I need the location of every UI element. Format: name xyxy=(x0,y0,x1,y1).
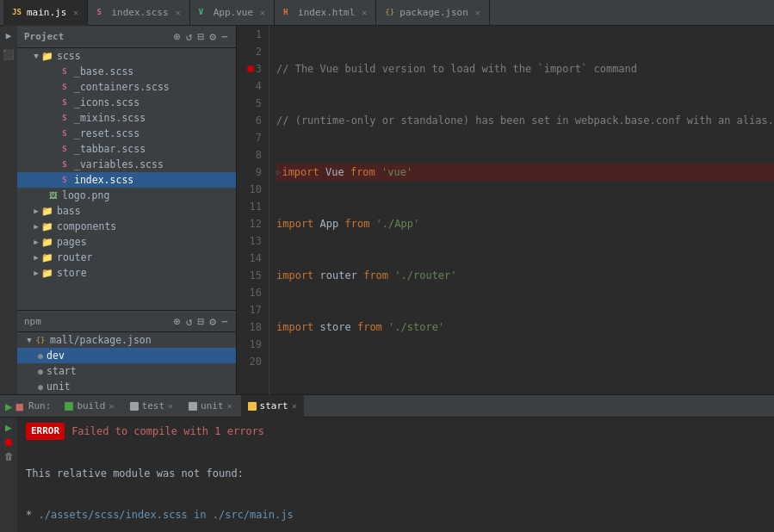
ln-7: 7 xyxy=(244,129,262,146)
tree-item-pages-folder[interactable]: ▶ 📁 pages xyxy=(17,234,236,250)
run-label: Run: xyxy=(28,400,52,411)
run-tab-unit-close[interactable]: ✕ xyxy=(227,401,232,411)
console-blank-1 xyxy=(26,445,765,461)
tab-index-scss[interactable]: S index.scss ✕ xyxy=(88,0,189,26)
add-icon[interactable]: ⊕ xyxy=(173,29,182,44)
kw-import-1: import xyxy=(282,164,325,181)
tree-item-icons-scss[interactable]: S _icons.scss xyxy=(17,95,236,110)
run-tab-start-close[interactable]: ✕ xyxy=(292,401,297,411)
console-asterisk: * xyxy=(26,509,38,521)
settings-icon[interactable]: ⚙ xyxy=(208,29,217,44)
ln-16: 16 xyxy=(244,284,262,301)
run-tab-test[interactable]: test ✕ xyxy=(123,395,181,418)
tree-item-index-scss[interactable]: S index.scss xyxy=(17,172,236,188)
npm-settings-icon[interactable]: ⚙ xyxy=(208,314,217,329)
scss-icon-variables: S xyxy=(59,160,71,169)
gutter-run-icon[interactable]: ▶ xyxy=(2,28,15,42)
folder-icon-pages: 📁 xyxy=(41,238,53,246)
console-module-not-found: This relative module was not found: xyxy=(26,466,765,481)
ln-20: 20 xyxy=(244,353,262,370)
tree-item-npm-start[interactable]: ● start xyxy=(17,363,236,379)
run-tab-test-icon xyxy=(130,402,139,411)
tree-item-bass-folder[interactable]: ▶ 📁 bass xyxy=(17,203,236,219)
var-app: App xyxy=(320,215,345,232)
console-trash-icon[interactable]: 🗑 xyxy=(4,451,14,462)
run-tab-start[interactable]: start ✕ xyxy=(241,395,304,418)
run-tab-build[interactable]: build ✕ xyxy=(58,395,121,418)
str-app: './App' xyxy=(376,215,420,232)
code-line-1: // The Vue build version to load with th… xyxy=(276,60,774,77)
js-icon: JS xyxy=(12,8,22,18)
run-stop-icon[interactable]: ■ xyxy=(15,399,22,413)
sidebar-project-title: Project xyxy=(24,31,64,42)
tab-index-scss-close[interactable]: ✕ xyxy=(176,8,181,17)
html-icon-tab: H xyxy=(283,8,294,18)
run-play-icon[interactable]: ▶ xyxy=(5,399,12,413)
tab-app-vue-close[interactable]: ✕ xyxy=(260,8,265,17)
npm-close-icon[interactable]: − xyxy=(220,314,229,329)
run-tab-bar: ▶ ■ Run: build ✕ test ✕ unit ✕ start ✕ xyxy=(0,395,774,418)
collapse-icon[interactable]: ⊟ xyxy=(197,29,206,44)
tree-item-components-folder[interactable]: ▶ 📁 components xyxy=(17,219,236,234)
npm-start-bullet: ● xyxy=(38,367,43,376)
bass-folder-label: bass xyxy=(57,205,81,217)
npm-refresh-icon[interactable]: ↺ xyxy=(185,314,194,329)
tree-item-router-folder[interactable]: ▶ 📁 router xyxy=(17,250,236,265)
tab-main-js-close[interactable]: ✕ xyxy=(73,8,78,17)
run-tab-build-icon xyxy=(65,402,73,411)
console-error-dot xyxy=(5,439,12,446)
comment-2: // (runtime-only or standalone) has been… xyxy=(276,112,774,129)
run-tab-build-close[interactable]: ✕ xyxy=(109,401,115,411)
pages-folder-label: pages xyxy=(57,236,87,248)
ln-17: 17 xyxy=(244,301,262,319)
run-tab-test-close[interactable]: ✕ xyxy=(168,401,173,411)
bottom-panel: ▶ ■ Run: build ✕ test ✕ unit ✕ start ✕ ▶ xyxy=(0,394,774,532)
tree-item-store-folder[interactable]: ▶ 📁 store xyxy=(17,265,236,281)
tab-package-json-close[interactable]: ✕ xyxy=(475,8,480,17)
code-content[interactable]: // The Vue build version to load with th… xyxy=(269,26,774,394)
tree-item-base-scss[interactable]: S _base.scss xyxy=(17,64,236,79)
tree-item-logo-png[interactable]: 🖼 logo.png xyxy=(17,188,236,203)
tab-index-html[interactable]: H index.html ✕ xyxy=(275,0,376,26)
tree-item-npm-dev[interactable]: ● dev xyxy=(17,348,236,363)
sidebar-header: Project ⊕ ↺ ⊟ ⚙ − xyxy=(17,26,236,48)
run-tab-unit[interactable]: unit ✕ xyxy=(182,395,239,418)
error-message: Failed to compile with 1 errors xyxy=(71,424,264,439)
gutter-debug-icon[interactable]: ⬛ xyxy=(2,47,15,61)
npm-add-icon[interactable]: ⊕ xyxy=(173,314,182,329)
code-line-7 xyxy=(276,370,774,387)
code-line-4: import App from './App' xyxy=(276,215,774,232)
tree-item-containers-scss[interactable]: S _containers.scss xyxy=(17,79,236,95)
npm-header-icons: ⊕ ↺ ⊟ ⚙ − xyxy=(173,314,229,329)
tab-app-vue[interactable]: V App.vue ✕ xyxy=(190,0,275,26)
tree-item-npm-unit[interactable]: ● unit xyxy=(17,379,236,394)
console-run-icon[interactable]: ▶ xyxy=(5,421,12,434)
npm-header: npm ⊕ ↺ ⊟ ⚙ − xyxy=(17,310,236,332)
close-sidebar-icon[interactable]: − xyxy=(220,29,229,44)
scss-folder-arrow: ▼ xyxy=(31,52,41,60)
tree-item-reset-scss[interactable]: S _reset.scss xyxy=(17,126,236,141)
containers-scss-label: _containers.scss xyxy=(74,81,170,93)
project-label: Project xyxy=(24,31,64,42)
var-store: store xyxy=(320,319,357,336)
tab-main-js[interactable]: JS main.js ✕ xyxy=(3,0,88,26)
tree-item-mixins-scss[interactable]: S _mixins.scss xyxy=(17,110,236,126)
npm-collapse-icon[interactable]: ⊟ xyxy=(197,314,206,329)
tree-item-mall-package[interactable]: ▼ {} mall/package.json xyxy=(17,332,236,348)
refresh-icon[interactable]: ↺ xyxy=(185,29,194,44)
ln-10: 10 xyxy=(244,181,262,198)
tree-item-scss-folder[interactable]: ▼ 📁 scss xyxy=(17,48,236,64)
npm-label: npm xyxy=(24,316,41,327)
tree-item-tabbar-scss[interactable]: S _tabbar.scss xyxy=(17,141,236,157)
tab-index-html-label: index.html xyxy=(298,7,355,18)
code-area[interactable]: 1 2 3 4 5 6 7 8 9 10 11 12 13 14 15 16 1… xyxy=(237,26,774,394)
code-line-5: import router from './router' xyxy=(276,267,774,284)
json-icon-tab: {} xyxy=(385,8,395,18)
store-folder-label: store xyxy=(57,267,87,279)
tree-item-variables-scss[interactable]: S _variables.scss xyxy=(17,157,236,172)
code-line-2: // (runtime-only or standalone) has been… xyxy=(276,112,774,129)
mall-package-label: mall/package.json xyxy=(50,334,152,346)
npm-dev-bullet: ● xyxy=(38,351,43,361)
tab-package-json[interactable]: {} package.json ✕ xyxy=(376,0,490,26)
tab-index-html-close[interactable]: ✕ xyxy=(362,8,367,17)
